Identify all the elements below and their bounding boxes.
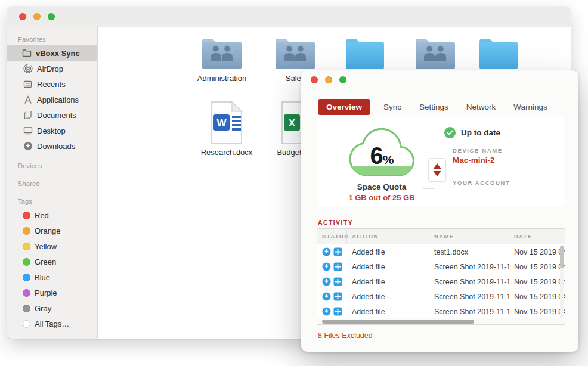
- download-icon: [322, 262, 331, 271]
- activity-action: Added file: [347, 263, 429, 271]
- tab-warnings[interactable]: Warnings: [513, 103, 547, 111]
- column-header-status[interactable]: STATUS: [317, 229, 347, 244]
- sidebar-item-tag-gray[interactable]: Gray: [7, 300, 97, 316]
- column-header-date[interactable]: DATE: [509, 229, 565, 244]
- minimize-icon[interactable]: [33, 13, 41, 20]
- device-sync-icon: [428, 158, 446, 182]
- sidebar-item-recents[interactable]: Recents: [7, 76, 97, 92]
- sidebar-item-vboxx-sync[interactable]: vBoxx Sync: [7, 45, 97, 61]
- tag-purple-icon: [23, 289, 30, 297]
- space-quota-block: 6% Space Quota 1 GB out of 25 GB: [334, 123, 429, 202]
- folder-administration[interactable]: Administration: [187, 35, 256, 83]
- sidebar-item-tag-yellow[interactable]: Yellow: [7, 238, 97, 254]
- activity-date: Nov 15 2019 04: [509, 308, 565, 316]
- documents-icon: [23, 110, 33, 120]
- tag-gray-icon: [23, 305, 30, 312]
- column-header-name[interactable]: NAME: [429, 229, 509, 244]
- tab-bar: Overview Sync Settings Network Warnings: [318, 99, 565, 115]
- files-excluded-link[interactable]: 8 Files Excluded: [318, 331, 373, 340]
- sidebar-item-tag-orange[interactable]: Orange: [7, 223, 97, 238]
- sidebar-section-tags[interactable]: Tags: [7, 196, 97, 207]
- close-icon[interactable]: [311, 76, 318, 83]
- sync-app-window: Overview Sync Settings Network Warnings: [301, 70, 578, 352]
- shared-folder-icon: [413, 35, 458, 72]
- horizontal-scrollbar-thumb[interactable]: [322, 320, 474, 324]
- folder-icon: [21, 48, 32, 58]
- activity-row[interactable]: Added file test1.docx Nov 15 2019 04: [317, 244, 565, 259]
- svg-text:X: X: [289, 117, 296, 129]
- device-name-label: DEVICE NAME: [453, 147, 503, 154]
- activity-title: ACTIVITY: [318, 219, 353, 226]
- desktop-icon: [23, 126, 33, 136]
- activity-row[interactable]: Added file Screen Shot 2019-11-15 a... N…: [317, 274, 565, 289]
- download-icon: [322, 292, 331, 301]
- activity-date: Nov 15 2019 04: [509, 263, 565, 271]
- sidebar-item-tag-purple[interactable]: Purple: [7, 285, 97, 300]
- account-label: YOUR ACCOUNT: [453, 179, 510, 186]
- overview-panel: 6% Space Quota 1 GB out of 25 GB Up to d…: [317, 117, 564, 206]
- add-icon: [333, 292, 342, 301]
- file-research-docx[interactable]: W Research.docx: [192, 100, 261, 157]
- zoom-icon[interactable]: [48, 13, 55, 20]
- folder-icon: [477, 35, 520, 72]
- column-header-action[interactable]: ACTION: [347, 229, 429, 244]
- activity-name: Screen Shot 2019-11-15 a...: [429, 308, 509, 316]
- tag-green-icon: [23, 258, 30, 266]
- tab-sync[interactable]: Sync: [383, 103, 401, 111]
- downloads-icon: [23, 141, 33, 151]
- vertical-scrollbar-thumb[interactable]: [560, 246, 564, 268]
- recents-icon: [23, 79, 33, 89]
- tag-red-icon: [23, 212, 30, 219]
- shared-folder-icon: [199, 35, 245, 72]
- sidebar-item-applications[interactable]: Applications: [7, 92, 97, 107]
- sidebar-item-all-tags[interactable]: All Tags…: [7, 316, 97, 331]
- folder-plain-5[interactable]: [464, 35, 533, 72]
- sidebar-item-airdrop[interactable]: AirDrop: [7, 61, 97, 76]
- activity-table: STATUS ACTION NAME DATE Added file test1…: [317, 228, 565, 325]
- activity-name: Screen Shot 2019-11-15 a...: [429, 263, 509, 271]
- tag-orange-icon: [23, 227, 30, 235]
- sidebar-item-desktop[interactable]: Desktop: [7, 123, 97, 138]
- all-tags-icon: [23, 320, 30, 328]
- sync-status-text: Up to date: [461, 128, 500, 137]
- add-icon: [333, 277, 342, 286]
- sidebar-item-tag-red[interactable]: Red: [7, 207, 97, 223]
- minimize-icon[interactable]: [325, 76, 332, 83]
- applications-icon: [23, 95, 33, 105]
- sidebar-item-downloads[interactable]: Downloads: [7, 138, 97, 154]
- add-icon: [333, 262, 342, 271]
- sidebar-section-shared[interactable]: Shared: [7, 178, 97, 190]
- activity-row[interactable]: Added file Screen Shot 2019-11-15 a... N…: [317, 304, 565, 319]
- shared-folder-icon: [273, 35, 318, 72]
- tag-blue-icon: [23, 274, 30, 281]
- activity-name: Screen Shot 2019-11-15 a...: [429, 278, 509, 286]
- quota-percent: 6%: [343, 144, 420, 168]
- close-icon[interactable]: [19, 13, 26, 20]
- desktop: Favorites vBoxx Sync AirDrop: [0, 0, 588, 366]
- activity-name: test1.docx: [429, 248, 509, 256]
- sync-titlebar[interactable]: [301, 70, 578, 91]
- finder-titlebar[interactable]: [7, 6, 571, 27]
- sidebar-section-devices[interactable]: Devices: [7, 160, 97, 172]
- vertical-scrollbar[interactable]: [560, 245, 564, 321]
- activity-date: Nov 15 2019 04: [509, 278, 565, 286]
- activity-row[interactable]: Added file Screen Shot 2019-11-15 a... N…: [317, 289, 565, 304]
- sync-status: Up to date: [444, 127, 500, 138]
- download-icon: [322, 247, 331, 256]
- add-icon: [333, 247, 342, 256]
- tab-overview[interactable]: Overview: [318, 99, 370, 115]
- tab-network[interactable]: Network: [466, 103, 496, 111]
- activity-row[interactable]: Added file Screen Shot 2019-11-15 a... N…: [317, 259, 565, 274]
- folder-shared-4[interactable]: [401, 35, 470, 72]
- activity-action: Added file: [347, 248, 429, 256]
- zoom-icon[interactable]: [339, 76, 346, 83]
- sidebar-item-tag-blue[interactable]: Blue: [7, 269, 97, 285]
- sidebar-item-tag-green[interactable]: Green: [7, 254, 97, 269]
- svg-text:W: W: [216, 117, 227, 129]
- airdrop-icon: [23, 64, 33, 74]
- sidebar-item-documents[interactable]: Documents: [7, 107, 97, 123]
- tab-settings[interactable]: Settings: [419, 103, 448, 111]
- tag-yellow-icon: [23, 243, 30, 250]
- horizontal-scrollbar[interactable]: [317, 318, 565, 324]
- activity-date: Nov 15 2019 04: [509, 293, 565, 301]
